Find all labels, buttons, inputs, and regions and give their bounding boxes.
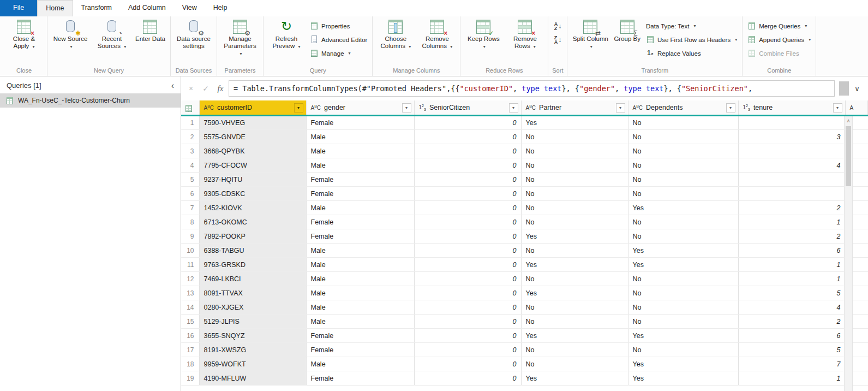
row-number[interactable]: 5	[181, 173, 199, 187]
cell-gender[interactable]: Female	[306, 229, 414, 244]
cell-seniorcitizen[interactable]: 0	[414, 300, 521, 315]
menu-tab-view[interactable]: View	[174, 0, 205, 16]
cell-seniorcitizen[interactable]: 0	[414, 130, 521, 144]
cell-customerid[interactable]: 1452-KIOVK	[199, 201, 306, 215]
merge-queries-button[interactable]: Merge Queries▾	[745, 20, 813, 32]
cell-dependents[interactable]: No	[628, 229, 738, 244]
cell-seniorcitizen[interactable]: 0	[414, 371, 521, 386]
cell-customerid[interactable]: 8191-XWSZG	[199, 343, 306, 357]
cell-seniorcitizen[interactable]: 0	[414, 215, 521, 229]
cell-tenure[interactable]: 2	[738, 315, 845, 329]
row-number[interactable]: 2	[181, 130, 199, 144]
choose-columns-button[interactable]: Choose Columns ▾	[375, 17, 416, 50]
cell-seniorcitizen[interactable]: 0	[414, 315, 521, 329]
column-header-partner[interactable]: ABCPartner▾	[521, 100, 628, 116]
row-number[interactable]: 14	[181, 300, 199, 315]
filter-button-gender[interactable]: ▾	[402, 103, 411, 112]
cell-dependents[interactable]: No	[628, 286, 738, 300]
filter-button-partner[interactable]: ▾	[616, 103, 625, 112]
cell-partner[interactable]: Yes	[521, 116, 628, 130]
cell-customerid[interactable]: 9959-WOFKT	[199, 357, 306, 371]
cell-gender[interactable]: Male	[306, 258, 414, 272]
append-queries-button[interactable]: Append Queries▾	[745, 34, 813, 45]
menu-tab-add-column[interactable]: Add Column	[120, 0, 174, 16]
cell-partner[interactable]: No	[521, 144, 628, 158]
cell-gender[interactable]: Male	[306, 144, 414, 158]
row-number[interactable]: 11	[181, 258, 199, 272]
cell-gender[interactable]: Male	[306, 158, 414, 173]
cell-dependents[interactable]: No	[628, 116, 738, 130]
formula-confirm-button[interactable]: ✓	[199, 84, 212, 93]
cell-dependents[interactable]: No	[628, 215, 738, 229]
cell-dependents[interactable]: No	[628, 173, 738, 187]
cell-customerid[interactable]: 9305-CDSKC	[199, 187, 306, 201]
row-number[interactable]: 19	[181, 371, 199, 386]
cell-dependents[interactable]: No	[628, 130, 738, 144]
cell-customerid[interactable]: 6388-TABGU	[199, 244, 306, 258]
menu-tab-file[interactable]: File	[0, 0, 37, 16]
cell-tenure[interactable]: 1	[738, 215, 845, 229]
cell-customerid[interactable]: 8091-TTVAX	[199, 286, 306, 300]
row-number[interactable]: 3	[181, 144, 199, 158]
manage-parameters-button[interactable]: ⚙Manage Parameters ▾	[220, 17, 260, 57]
new-source-button[interactable]: ✱New Source ▾	[50, 17, 91, 50]
remove-rows-button[interactable]: ×Remove Rows ▾	[505, 17, 545, 50]
cell-seniorcitizen[interactable]: 0	[414, 329, 521, 343]
row-number[interactable]: 1	[181, 116, 199, 130]
cell-gender[interactable]: Female	[306, 371, 414, 386]
cell-gender[interactable]: Male	[306, 244, 414, 258]
cell-dependents[interactable]: Yes	[628, 244, 738, 258]
cell-gender[interactable]: Female	[306, 215, 414, 229]
row-number[interactable]: 7	[181, 201, 199, 215]
cell-partner[interactable]: No	[521, 215, 628, 229]
select-all-cell[interactable]	[181, 100, 199, 116]
row-number[interactable]: 15	[181, 315, 199, 329]
row-number[interactable]: 12	[181, 272, 199, 286]
cell-tenure[interactable]: 7	[738, 357, 845, 371]
cell-seniorcitizen[interactable]: 0	[414, 258, 521, 272]
use-first-row-as-headers-button[interactable]: Use First Row as Headers▾	[644, 34, 739, 45]
cell-dependents[interactable]: No	[628, 300, 738, 315]
cell-dependents[interactable]: No	[628, 315, 738, 329]
sort-ascending-icon-button[interactable]: AZ↓	[551, 20, 564, 32]
cell-dependents[interactable]: No	[628, 187, 738, 201]
row-number[interactable]: 4	[181, 158, 199, 173]
advanced-editor-button[interactable]: Advanced Editor	[308, 34, 369, 45]
cell-gender[interactable]: Male	[306, 130, 414, 144]
cell-seniorcitizen[interactable]: 0	[414, 286, 521, 300]
cell-customerid[interactable]: 4190-MFLUW	[199, 371, 306, 386]
close-apply-button[interactable]: ×Close & Apply ▾	[4, 17, 44, 50]
cell-partner[interactable]: No	[521, 315, 628, 329]
cell-partner[interactable]: No	[521, 173, 628, 187]
cell-partner[interactable]: No	[521, 158, 628, 173]
cell-partner[interactable]: Yes	[521, 286, 628, 300]
combine-files-button[interactable]: Combine Files	[745, 48, 813, 59]
column-header-customerid[interactable]: ABCcustomerID▾	[199, 100, 306, 116]
group-by-button[interactable]: ΣGroup By	[612, 17, 643, 43]
replace-values-button[interactable]: 1₂Replace Values	[644, 48, 739, 59]
cell-seniorcitizen[interactable]: 0	[414, 158, 521, 173]
column-header-dependents[interactable]: ABCDependents▾	[628, 100, 738, 116]
cell-tenure[interactable]	[738, 144, 845, 158]
cell-seniorcitizen[interactable]: 0	[414, 272, 521, 286]
cell-dependents[interactable]: No	[628, 272, 738, 286]
cell-gender[interactable]: Male	[306, 272, 414, 286]
column-header-partial[interactable]: A	[845, 100, 868, 116]
sort-descending-icon-button[interactable]: ZA↓	[551, 34, 564, 45]
row-number[interactable]: 9	[181, 229, 199, 244]
cell-partner[interactable]: No	[521, 300, 628, 315]
column-header-gender[interactable]: ABCgender▾	[306, 100, 414, 116]
cell-dependents[interactable]: Yes	[628, 371, 738, 386]
cell-customerid[interactable]: 5129-JLPIS	[199, 315, 306, 329]
cell-seniorcitizen[interactable]: 0	[414, 116, 521, 130]
cell-customerid[interactable]: 7795-CFOCW	[199, 158, 306, 173]
cell-customerid[interactable]: 9763-GRSKD	[199, 258, 306, 272]
cell-partner[interactable]: No	[521, 357, 628, 371]
column-header-tenure[interactable]: 123tenure▾	[738, 100, 845, 116]
column-header-seniorcitizen[interactable]: 123SeniorCitizen▾	[414, 100, 521, 116]
cell-partner[interactable]: Yes	[521, 329, 628, 343]
cell-seniorcitizen[interactable]: 0	[414, 144, 521, 158]
data-type-text-button[interactable]: Data Type: Text▾	[644, 20, 739, 32]
row-number[interactable]: 17	[181, 343, 199, 357]
cell-tenure[interactable]: 6	[738, 244, 845, 258]
